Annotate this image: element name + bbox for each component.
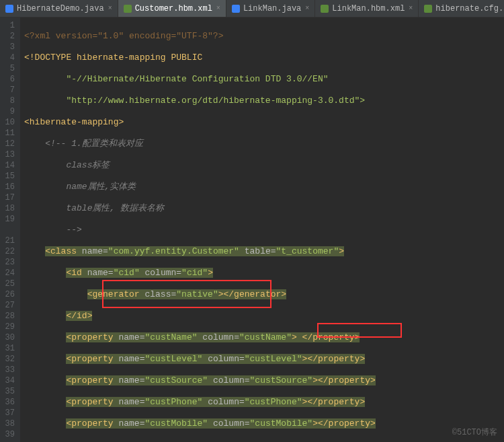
xml-icon	[321, 5, 329, 13]
code-editor[interactable]: 1234567891011121314151617181921222324252…	[0, 17, 504, 442]
close-icon[interactable]: ×	[108, 5, 112, 12]
tab-linkman-java[interactable]: LinkMan.java×	[226, 0, 315, 17]
editor-tabs: HibernateDemo.java× Customer.hbm.xml× Li…	[0, 0, 504, 17]
java-icon	[5, 5, 13, 13]
xml-icon	[424, 5, 432, 13]
tab-customer-hbm[interactable]: Customer.hbm.xml×	[118, 0, 226, 17]
code-area[interactable]: <?xml version="1.0" encoding="UTF-8"?> <…	[20, 17, 504, 442]
watermark: ©51CTO博客	[452, 427, 497, 438]
close-icon[interactable]: ×	[305, 5, 309, 12]
line-gutter: 1234567891011121314151617181921222324252…	[0, 17, 20, 442]
xml-icon	[124, 5, 132, 13]
tab-hibernatedemo[interactable]: HibernateDemo.java×	[0, 0, 118, 17]
tab-linkman-hbm[interactable]: LinkMan.hbm.xml×	[315, 0, 419, 17]
tab-hibernate-cfg[interactable]: hibernate.cfg.xml×	[419, 0, 504, 17]
java-icon	[232, 5, 240, 13]
close-icon[interactable]: ×	[216, 5, 220, 12]
close-icon[interactable]: ×	[409, 5, 413, 12]
